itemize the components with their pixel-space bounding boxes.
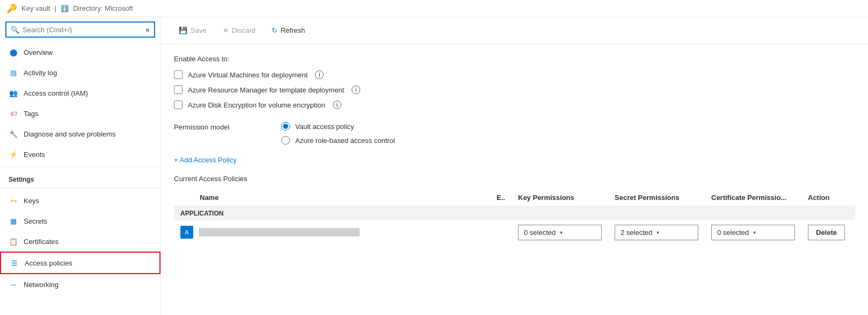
add-policy-button[interactable]: + Add Access Policy: [174, 156, 237, 164]
permission-radio-group: Vault access policy Azure role-based acc…: [281, 122, 395, 145]
discard-button[interactable]: ✕ Discard: [216, 23, 262, 38]
enable-access-title: Enable Access to:: [174, 55, 855, 63]
certificate-permissions-value: 0 selected: [717, 228, 749, 237]
info-disk-icon[interactable]: i: [333, 101, 341, 109]
sidebar-item-access-control[interactable]: 👥 Access control (IAM): [0, 83, 161, 103]
secret-permissions-value: 2 selected: [621, 228, 652, 237]
sidebar-item-access-policies[interactable]: ☰ Access policies: [0, 252, 161, 274]
sidebar-item-secrets[interactable]: ▦ Secrets: [0, 211, 161, 231]
permission-model-label: Permission model: [174, 122, 260, 131]
tags-icon: 🏷: [9, 109, 18, 118]
sidebar-item-networking[interactable]: ↔ Networking: [0, 274, 161, 295]
email-cell: [490, 220, 512, 245]
policies-table: Name E.. Key Permissions Secret Permissi…: [174, 189, 855, 245]
sidebar: 🔍 « ⬤ Overview ▤ Activity log 👥 Access c…: [0, 17, 161, 315]
col-header-key-permissions: Key Permissions: [512, 189, 608, 206]
radio-rbac-input[interactable]: [281, 136, 290, 145]
radio-vault-label: Vault access policy: [295, 123, 354, 131]
certificate-permissions-cell[interactable]: 0 selected ▾: [705, 220, 801, 245]
radio-vault-input[interactable]: [281, 122, 290, 131]
col-header-secret-permissions: Secret Permissions: [608, 189, 705, 206]
access-control-icon: 👥: [9, 88, 18, 98]
sidebar-label-tags: Tags: [24, 110, 38, 118]
certificate-permissions-chevron-icon: ▾: [753, 230, 756, 235]
sidebar-item-certificates[interactable]: 📋 Certificates: [0, 231, 161, 252]
key-permissions-chevron-icon: ▾: [560, 230, 563, 235]
sidebar-item-tags[interactable]: 🏷 Tags: [0, 103, 161, 124]
checkbox-label-disk: Azure Disk Encryption for volume encrypt…: [188, 101, 325, 109]
refresh-button[interactable]: ↻ Refresh: [265, 23, 312, 38]
col-header-action: Action: [801, 189, 855, 206]
search-input[interactable]: [23, 26, 142, 34]
checkbox-disk[interactable]: [174, 101, 183, 109]
refresh-icon: ↻: [272, 26, 278, 34]
discard-icon: ✕: [223, 26, 229, 34]
checkbox-label-arm: Azure Resource Manager for template depl…: [188, 86, 344, 94]
info-vm-icon[interactable]: i: [315, 70, 324, 79]
key-permissions-cell[interactable]: 0 selected ▾: [512, 220, 608, 245]
certificates-icon: 📋: [9, 237, 18, 246]
sidebar-label-access-policies: Access policies: [25, 259, 72, 267]
current-policies-title: Current Access Policies: [174, 175, 855, 183]
sidebar-item-activity-log[interactable]: ▤ Activity log: [0, 62, 161, 83]
radio-rbac-label: Azure role-based access control: [295, 137, 395, 145]
checkbox-row-arm: Azure Resource Manager for template depl…: [174, 85, 855, 94]
main-content: 💾 Save ✕ Discard ↻ Refresh Enable Access…: [161, 17, 868, 315]
info-icon: ℹ️: [61, 5, 69, 12]
sidebar-label-activity-log: Activity log: [24, 69, 57, 77]
radio-rbac: Azure role-based access control: [281, 136, 395, 145]
sidebar-item-overview[interactable]: ⬤ Overview: [0, 42, 161, 62]
policy-entity-cell: A: [174, 220, 490, 244]
breadcrumb-separator: |: [54, 4, 56, 12]
breadcrumb-directory: Directory: Microsoft: [73, 4, 133, 12]
sidebar-item-events[interactable]: ⚡ Events: [0, 144, 161, 164]
group-label: APPLICATION: [174, 206, 855, 221]
entity-icon: A: [180, 226, 193, 239]
sidebar-item-diagnose[interactable]: 🔧 Diagnose and solve problems: [0, 124, 161, 144]
key-permissions-value: 0 selected: [524, 228, 556, 237]
secret-permissions-cell[interactable]: 2 selected ▾: [608, 220, 705, 245]
col-header-certificate-permissions: Certificate Permissio...: [705, 189, 801, 206]
activity-log-icon: ▤: [9, 68, 18, 77]
sidebar-label-networking: Networking: [24, 281, 59, 289]
sidebar-label-diagnose: Diagnose and solve problems: [24, 130, 115, 138]
entity-name-blurred: [199, 228, 360, 237]
group-row-application: APPLICATION: [174, 206, 855, 221]
secrets-icon: ▦: [9, 216, 18, 226]
delete-button[interactable]: Delete: [808, 225, 845, 240]
toolbar: 💾 Save ✕ Discard ↻ Refresh: [161, 17, 868, 44]
save-button[interactable]: 💾 Save: [172, 23, 214, 38]
checkbox-row-vm: Azure Virtual Machines for deployment i: [174, 70, 855, 79]
sidebar-label-events: Events: [24, 151, 45, 159]
sidebar-label-secrets: Secrets: [24, 217, 47, 225]
table-row: A 0 selected ▾ 2 selected: [174, 220, 855, 245]
collapse-button[interactable]: «: [145, 25, 150, 34]
diagnose-icon: 🔧: [9, 129, 18, 139]
key-permissions-dropdown[interactable]: 0 selected ▾: [518, 225, 602, 240]
events-icon: ⚡: [9, 149, 18, 159]
sidebar-label-certificates: Certificates: [24, 238, 59, 246]
col-header-name: Name: [174, 189, 490, 206]
secret-permissions-chevron-icon: ▾: [657, 230, 659, 235]
search-icon: 🔍: [11, 26, 19, 34]
certificate-permissions-dropdown[interactable]: 0 selected ▾: [711, 225, 795, 240]
sidebar-item-keys[interactable]: 🗝 Keys: [0, 190, 161, 211]
overview-icon: ⬤: [9, 47, 18, 57]
sidebar-label-keys: Keys: [24, 197, 39, 205]
access-policies-icon: ☰: [10, 258, 19, 268]
save-icon: 💾: [179, 26, 187, 34]
keyvault-icon: 🔑: [6, 3, 17, 13]
info-arm-icon[interactable]: i: [352, 85, 360, 94]
checkbox-arm[interactable]: [174, 85, 183, 94]
checkbox-vm[interactable]: [174, 70, 183, 79]
breadcrumb-keyvault: Key vault: [21, 4, 50, 12]
permission-model-section: Permission model Vault access policy Azu…: [174, 122, 855, 145]
networking-icon: ↔: [9, 280, 18, 289]
keys-icon: 🗝: [9, 196, 18, 205]
secret-permissions-dropdown[interactable]: 2 selected ▾: [615, 225, 698, 240]
radio-vault-policy: Vault access policy: [281, 122, 395, 131]
action-cell: Delete: [801, 220, 855, 245]
checkbox-row-disk: Azure Disk Encryption for volume encrypt…: [174, 101, 855, 109]
top-bar: 🔑 Key vault | ℹ️ Directory: Microsoft: [0, 0, 868, 17]
checkbox-label-vm: Azure Virtual Machines for deployment: [188, 71, 308, 79]
